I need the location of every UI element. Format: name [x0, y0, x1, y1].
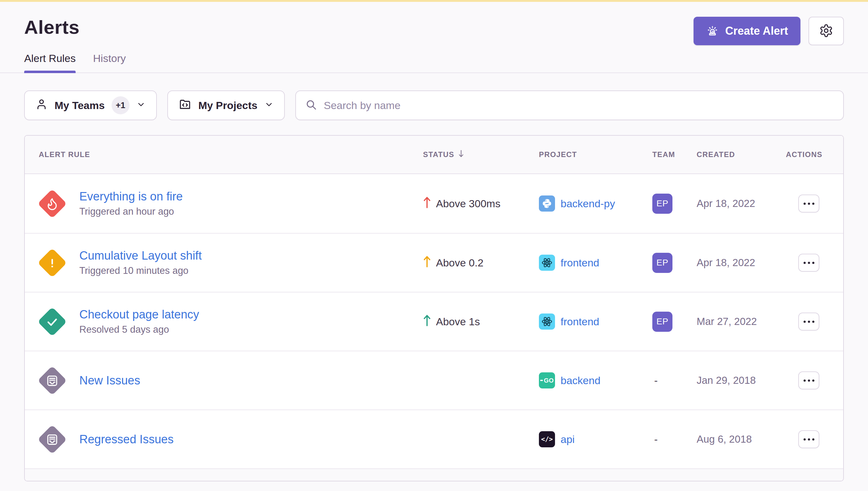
arrow-up-icon	[423, 314, 431, 329]
row-actions-button[interactable]	[798, 254, 819, 272]
column-header-project[interactable]: Project	[539, 150, 652, 159]
team-avatar-badge[interactable]: EP	[652, 194, 672, 214]
checkmark-icon	[45, 315, 59, 328]
alert-rule-link[interactable]: Checkout page latency	[79, 308, 199, 321]
chevron-down-icon	[136, 99, 146, 112]
alert-rule-cell: Regressed Issues	[25, 424, 423, 454]
project-cell: GO </> backend	[539, 372, 652, 388]
alert-settings-button[interactable]	[809, 17, 844, 45]
status-cell: Above 1s	[423, 314, 539, 329]
search-input[interactable]	[324, 99, 834, 112]
severity-diamond	[37, 366, 67, 395]
created-date: Apr 18, 2022	[697, 257, 786, 268]
created-date: Aug 6, 2018	[697, 433, 786, 445]
alert-rule-row: Everything is on fire Triggered an hour …	[25, 174, 843, 233]
teams-filter-label: My Teams	[55, 99, 105, 112]
tab-history[interactable]: History	[93, 52, 126, 73]
table-body: Everything is on fire Triggered an hour …	[25, 174, 843, 468]
user-icon	[35, 98, 48, 113]
header-actions: Create Alert	[694, 17, 844, 45]
alert-rule-link[interactable]: Cumulative Layout shift	[79, 249, 202, 262]
alert-rule-row: Regressed Issues	[25, 409, 843, 468]
severity-diamond	[37, 307, 67, 337]
project-link[interactable]: frontend	[561, 316, 599, 328]
arrow-up-icon	[423, 255, 431, 270]
filter-bar: My Teams +1 My Projects	[24, 90, 844, 120]
teams-extra-count-badge: +1	[112, 96, 130, 114]
row-actions-button[interactable]	[798, 430, 819, 448]
column-header-actions: Actions	[786, 150, 843, 159]
row-actions-button[interactable]	[798, 195, 819, 212]
column-header-created[interactable]: Created	[697, 150, 786, 159]
alert-rule-link[interactable]: New Issues	[79, 374, 140, 387]
alert-rule-row: Cumulative Layout shift Triggered 10 min…	[25, 233, 843, 292]
project-cell: GO </> frontend	[539, 314, 652, 329]
actions-cell	[786, 313, 843, 330]
alert-rule-link[interactable]: Regressed Issues	[79, 433, 173, 446]
created-date: Apr 18, 2022	[697, 198, 786, 209]
table-footer-strip	[25, 468, 843, 481]
project-link[interactable]: api	[561, 433, 575, 445]
search-icon	[305, 99, 317, 112]
team-cell: EP	[652, 312, 697, 332]
alert-rule-row: New Issues	[25, 351, 843, 409]
projects-filter-label: My Projects	[198, 99, 257, 112]
severity-diamond	[37, 248, 67, 278]
actions-cell	[786, 430, 843, 448]
team-cell: EP	[652, 253, 697, 273]
project-cell: GO </> api	[539, 431, 652, 447]
column-header-status[interactable]: Status	[423, 149, 539, 160]
actions-cell	[786, 371, 843, 389]
react-platform-icon	[539, 255, 555, 271]
react-platform-icon	[539, 314, 555, 329]
alert-rule-status-subtitle: Triggered an hour ago	[79, 206, 183, 217]
siren-icon	[706, 23, 719, 39]
alert-rule-cell: New Issues	[25, 366, 423, 395]
alert-rule-link[interactable]: Everything is on fire	[79, 190, 183, 203]
arrow-up-icon	[423, 196, 431, 211]
row-actions-button[interactable]	[798, 313, 819, 330]
alert-rule-cell: Checkout page latency Resolved 5 days ag…	[25, 307, 423, 337]
teams-filter-button[interactable]: My Teams +1	[24, 90, 157, 120]
status-cell: Above 300ms	[423, 196, 539, 211]
project-link[interactable]: backend	[561, 375, 600, 386]
column-header-alert-rule[interactable]: Alert Rule	[25, 150, 423, 159]
project-cell: GO </> backend-py	[539, 196, 652, 211]
actions-cell	[786, 195, 843, 212]
column-header-team[interactable]: Team	[652, 150, 697, 159]
team-cell: EP	[652, 194, 697, 214]
team-empty-dash: -	[652, 433, 697, 445]
actions-cell	[786, 254, 843, 272]
sort-arrow-down-icon	[457, 149, 465, 160]
code-platform-icon: </>	[539, 431, 555, 447]
alert-rule-cell: Cumulative Layout shift Triggered 10 min…	[25, 248, 423, 278]
create-alert-button[interactable]: Create Alert	[694, 17, 801, 45]
page-header: Alerts Create Alert	[0, 2, 868, 38]
status-threshold-text: Above 300ms	[436, 198, 501, 210]
project-cell: GO </> frontend	[539, 255, 652, 271]
alert-rule-cell: Everything is on fire Triggered an hour …	[25, 189, 423, 219]
created-date: Mar 27, 2022	[697, 316, 786, 327]
project-link[interactable]: frontend	[561, 257, 599, 269]
severity-diamond	[37, 424, 67, 454]
tab-bar: Alert Rules History	[0, 52, 868, 73]
folder-code-icon	[178, 97, 192, 113]
projects-filter-button[interactable]: My Projects	[167, 90, 285, 120]
created-date: Jan 29, 2018	[697, 375, 786, 386]
team-cell: - -	[652, 433, 697, 445]
chevron-down-icon	[264, 99, 274, 112]
status-threshold-text: Above 1s	[436, 316, 480, 328]
tab-alert-rules[interactable]: Alert Rules	[24, 52, 76, 73]
go-platform-icon: GO	[539, 372, 555, 388]
team-avatar-badge[interactable]: EP	[652, 253, 672, 273]
team-avatar-badge[interactable]: EP	[652, 312, 672, 332]
create-alert-label: Create Alert	[725, 25, 788, 37]
alert-rule-status-subtitle: Resolved 5 days ago	[79, 324, 199, 335]
project-link[interactable]: backend-py	[561, 198, 615, 210]
search-box	[295, 90, 844, 120]
row-actions-button[interactable]	[798, 371, 819, 389]
exclamation-icon	[45, 256, 59, 269]
alert-rule-row: Checkout page latency Resolved 5 days ag…	[25, 292, 843, 351]
fire-icon	[45, 197, 59, 210]
status-threshold-text: Above 0.2	[436, 257, 483, 269]
